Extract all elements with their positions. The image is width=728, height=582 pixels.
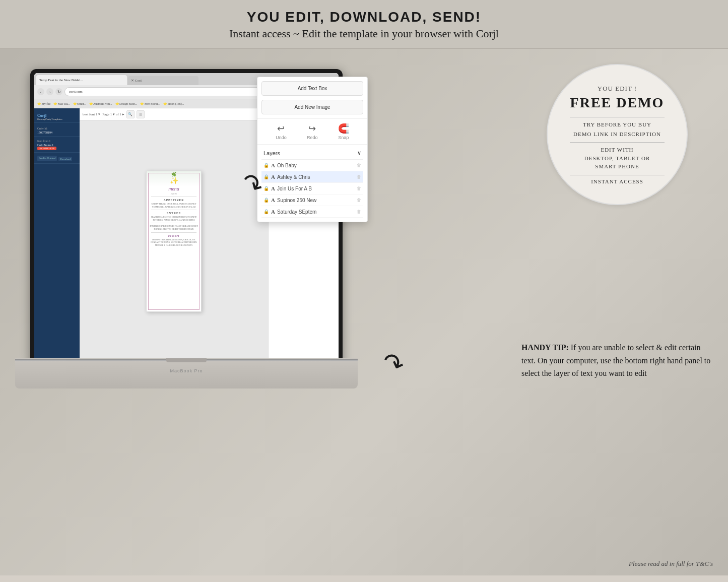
- tool-text: best font 1 ▾: [83, 112, 100, 116]
- undo-label: Undo: [276, 135, 287, 140]
- banner-headline: YOU EDIT, DOWNLOAD, SEND!: [0, 9, 728, 25]
- fp-delete-5[interactable]: 🗑: [357, 209, 361, 214]
- snap-label: Snap: [338, 135, 349, 140]
- snap-item[interactable]: 🧲 Snap: [338, 123, 349, 140]
- fp-layer-a-1: A: [271, 162, 275, 168]
- add-text-box-btn[interactable]: Add Text Box: [261, 81, 363, 96]
- page-info: Page 1 ▾ of 1 ▸: [102, 112, 124, 116]
- bookmark-1[interactable]: ⭐ My file: [37, 102, 50, 105]
- fp-layer-row-2[interactable]: 🔒 A Ashley & Chris 🗑: [261, 171, 363, 183]
- fp-layer-name-1: Oh Baby: [277, 163, 355, 168]
- menu-fish-items: PAN FRIED BARRAMUNDI FILLET GRILLED SWEE…: [149, 225, 198, 230]
- fp-layer-row-5[interactable]: 🔒 A Saturday SEptem 🗑: [261, 206, 363, 218]
- redo-label: Redo: [307, 135, 318, 140]
- actions-section: Send to Original Download: [34, 154, 80, 164]
- laptop-brand: MacBook Pro: [170, 368, 203, 373]
- active-tab[interactable]: Temp Feat in the New Bridal...: [36, 75, 127, 85]
- laptop-base: MacBook Pro: [15, 358, 358, 389]
- menu-card: 🌿 ✨ menu entrée APPETIZER CRISPY PEKING …: [146, 171, 202, 312]
- bookmark-2[interactable]: ⭐ Mac Ru...: [53, 102, 70, 105]
- menu-divider-4: [151, 232, 196, 233]
- circle-badge: YOU EDIT ! FREE DEMO TRY BEFORE YOU BUY …: [547, 64, 688, 205]
- fp-layer-a-3: A: [271, 185, 275, 191]
- menu-appetizer-title: APPETIZER: [149, 199, 198, 202]
- menu-divider-3: [151, 223, 196, 223]
- top-banner: YOU EDIT, DOWNLOAD, SEND! Instant access…: [0, 0, 728, 49]
- floating-panel: Add Text Box Add New Image ↩ Undo ↪ Redo…: [257, 77, 368, 222]
- menu-dessert-items: DECONSTRUCTED LAMINGTON, CHOCOLATE FONDA…: [149, 238, 198, 247]
- refresh-btn[interactable]: ↻: [55, 88, 62, 95]
- right-content: YOU EDIT ! FREE DEMO TRY BEFORE YOU BUY …: [521, 64, 713, 215]
- badge-you-edit: YOU EDIT !: [598, 85, 637, 93]
- bookmark-7[interactable]: ⭐ Inbox (156)...: [163, 102, 184, 105]
- fp-layer-a-4: A: [271, 197, 275, 203]
- menu-appetizer-items: CRISPY PEKING DUCK ROLL, SWEET COCONUT V…: [149, 203, 198, 208]
- badge-demo-link: DEMO LINK IN DESCRIPTION: [573, 130, 661, 139]
- menu-subtitle: entrée: [149, 192, 198, 195]
- menu-entree-items: SEARED MARINATED CHICKEN BREAST CONFIT P…: [149, 216, 198, 221]
- badge-divider-3: [570, 175, 665, 175]
- action-btn-1[interactable]: Send to Original: [37, 156, 57, 161]
- zoom-btn[interactable]: 🔍: [126, 110, 135, 118]
- menu-floral-decoration: 🌿: [147, 171, 201, 186]
- badge-edit-with: EDIT WITH DESKTOP, TABLET OR SMART PHONE: [584, 146, 650, 171]
- fp-layer-name-4: Supinos 250 New: [277, 198, 355, 203]
- order-id-label: Order Id:: [37, 127, 77, 130]
- corjl-logo: Corjl HoorayPartyTemplates: [34, 111, 80, 123]
- footer-note: Please read ad in full for T&C's: [629, 560, 713, 568]
- fp-delete-3[interactable]: 🗑: [357, 186, 361, 191]
- menu-dessert-title: dessert: [149, 234, 198, 237]
- fp-layer-name-2: Ashley & Chris: [277, 174, 355, 180]
- editor-toolbar: best font 1 ▾ Page 1 ▾ of 1 ▸ 🔍 ☰: [80, 108, 268, 120]
- forward-btn[interactable]: ›: [46, 88, 53, 95]
- back-btn[interactable]: ‹: [37, 88, 44, 95]
- fp-layer-name-5: Saturday SEptem: [277, 209, 355, 215]
- fp-layer-row-3[interactable]: 🔒 A Join Us For A B 🗑: [261, 183, 363, 195]
- inactive-tab[interactable]: ✕ Corjl: [128, 76, 198, 85]
- tip-section: HANDY TIP: If you are unable to select &…: [521, 341, 713, 380]
- fp-layers-header[interactable]: Layers ∨: [261, 147, 363, 160]
- action-btn-2[interactable]: Download: [58, 157, 72, 161]
- redo-icon: ↪: [307, 123, 318, 134]
- fp-delete-2[interactable]: 🗑: [357, 174, 361, 179]
- bookmark-3[interactable]: ⭐ Other...: [73, 102, 86, 105]
- badge-divider-1: [570, 117, 665, 117]
- fp-lock-icon-5: 🔒: [263, 209, 269, 214]
- fp-layer-row-4[interactable]: 🔒 A Supinos 250 New 🗑: [261, 195, 363, 206]
- item-label: Item from 1: [37, 140, 77, 143]
- bookmark-4[interactable]: ⭐ Australia You...: [89, 102, 112, 105]
- corjl-main: best font 1 ▾ Page 1 ▾ of 1 ▸ 🔍 ☰ 🌿 ✨: [80, 108, 268, 362]
- fp-layer-row-1[interactable]: 🔒 A Oh Baby 🗑: [261, 160, 363, 171]
- add-image-btn[interactable]: Add New Image: [261, 100, 363, 114]
- fp-layers-section: Layers ∨ 🔒 A Oh Baby 🗑 🔒 A Ashley & Chri…: [257, 145, 367, 222]
- status-badge: INCOMPLETE: [37, 147, 56, 150]
- menu-title: menu: [149, 186, 198, 191]
- badge-divider-2: [570, 142, 665, 143]
- menu-btn[interactable]: ☰: [137, 110, 145, 118]
- fp-lock-icon-1: 🔒: [263, 163, 269, 168]
- order-section: Order Id: 1500758194: [34, 125, 80, 137]
- fp-layer-a-2: A: [271, 174, 275, 180]
- fp-delete-1[interactable]: 🗑: [357, 163, 361, 168]
- fp-layers-title: Layers: [263, 150, 280, 156]
- tip-text: HANDY TIP: If you are unable to select &…: [521, 341, 713, 380]
- bookmark-6[interactable]: ⭐ Free Floral...: [140, 102, 160, 105]
- fp-delete-4[interactable]: 🗑: [357, 198, 361, 203]
- corjl-sidebar: Corjl HoorayPartyTemplates Order Id: 150…: [34, 108, 80, 362]
- main-content: Temp Feat in the New Bridal... ✕ Corjl ‹…: [0, 49, 728, 575]
- bookmark-5[interactable]: ⭐ Design Suite...: [115, 102, 138, 105]
- fp-layer-name-3: Join Us For A B: [277, 186, 355, 191]
- badge-free-demo: FREE DEMO: [570, 95, 665, 111]
- fp-layer-a-5: A: [271, 209, 275, 215]
- fp-lock-icon-4: 🔒: [263, 198, 269, 203]
- fp-layers-chevron: ∨: [357, 150, 361, 156]
- fp-icon-row: ↩ Undo ↪ Redo 🧲 Snap: [257, 118, 367, 145]
- banner-subline: Instant access ~ Edit the template in yo…: [0, 27, 728, 40]
- undo-item[interactable]: ↩ Undo: [276, 123, 287, 140]
- redo-item[interactable]: ↪ Redo: [307, 123, 318, 140]
- tip-bold-label: HANDY TIP:: [521, 343, 569, 352]
- tab2-text: ✕ Corjl: [131, 79, 142, 83]
- menu-divider-1: [151, 197, 196, 197]
- tab-text: Temp Feat in the New Bridal...: [39, 78, 83, 82]
- canvas-area: 🌿 ✨ menu entrée APPETIZER CRISPY PEKING …: [80, 120, 268, 362]
